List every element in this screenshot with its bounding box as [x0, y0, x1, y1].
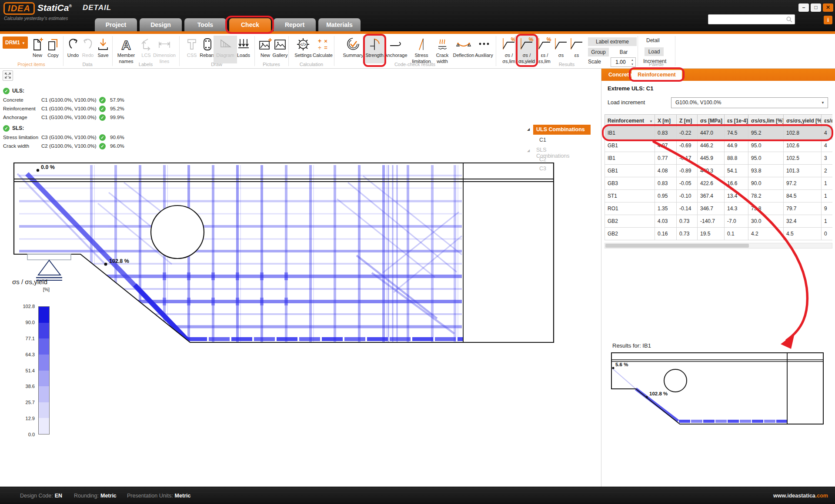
- group-label-calculation: Calculation: [300, 62, 323, 67]
- deflection-icon: [452, 36, 475, 52]
- group-toggle[interactable]: Group: [588, 48, 609, 56]
- search-input[interactable]: [708, 14, 795, 24]
- table-row[interactable]: IB10.77-0.17445.988.895.0102.53: [605, 152, 833, 165]
- summary-button[interactable]: Summary: [341, 36, 365, 58]
- statica-logo-text: StatiCa®: [37, 3, 72, 13]
- crack-icon: [431, 36, 454, 52]
- mini-label-min: 5.6 %: [615, 362, 628, 367]
- results-table-head-row: Reinforcement▼X [m]Z [m]σs [MPa]εs [1e-4…: [605, 115, 833, 127]
- tab-project[interactable]: Project: [95, 18, 137, 31]
- status-presentation-units: Presentation Units:Metric: [127, 487, 190, 504]
- scale-tick: 64.3: [12, 352, 35, 357]
- loads-icon: [232, 36, 255, 52]
- extreme-uls-label: Extreme ULS: C1: [608, 85, 653, 92]
- minimize-button[interactable]: –: [798, 3, 809, 12]
- table-row[interactable]: IB10.83-0.22447.074.595.2102.84: [605, 127, 833, 139]
- table-row[interactable]: GB20.160.7319.50.14.24.50: [605, 228, 833, 240]
- column-header-6[interactable]: σs/σs,yield [%]: [784, 115, 822, 127]
- crack-width-button[interactable]: Crack width: [431, 36, 454, 64]
- table-row[interactable]: GB14.07-0.69446.244.995.0102.64: [605, 139, 833, 152]
- anchorage-hook-icon: [384, 36, 407, 52]
- scrollbar-thumb[interactable]: [605, 244, 749, 248]
- tab-concrete[interactable]: Concrete: [608, 69, 632, 81]
- load-increment-select[interactable]: G100.0%, V100.0% ▼: [671, 97, 828, 108]
- tree-item-c2[interactable]: C2: [539, 156, 546, 162]
- save-button[interactable]: Save: [91, 36, 115, 58]
- auxiliary-button[interactable]: Auxiliary: [472, 36, 496, 58]
- column-header-4[interactable]: εs [1e-4]: [725, 115, 748, 127]
- scale-tick: 102.8: [12, 304, 35, 309]
- stress-limitation-button[interactable]: Stress limitation: [410, 36, 433, 64]
- tab-reinforcement[interactable]: Reinforcement: [631, 70, 682, 80]
- tab-report[interactable]: Report: [274, 18, 316, 31]
- gallery-button[interactable]: Gallery: [268, 36, 292, 58]
- column-header-2[interactable]: Z [m]: [677, 115, 698, 127]
- filter-icon[interactable]: ▼: [649, 119, 653, 123]
- ellipsis-icon: [472, 36, 496, 52]
- deflection-button[interactable]: Deflection: [452, 36, 475, 58]
- tab-materials[interactable]: Materials: [318, 18, 361, 31]
- svg-text:+: +: [318, 37, 321, 44]
- picture-icon: [268, 36, 292, 52]
- bilinear-chart-icon: [565, 36, 588, 52]
- tab-tools[interactable]: Tools: [184, 18, 226, 31]
- column-header-1[interactable]: X [m]: [655, 115, 677, 127]
- tab-design[interactable]: Design: [140, 18, 182, 31]
- dimension-icon: [153, 36, 176, 52]
- column-header-7[interactable]: εs/εs,lim [%]: [822, 115, 833, 127]
- app-name: DETAIL: [83, 3, 111, 12]
- tree-item-uls-combinations[interactable]: ULS Combinations: [533, 125, 591, 135]
- table-row[interactable]: RO11.35-0.14346.714.373.879.79: [605, 202, 833, 215]
- loads-button[interactable]: Loads: [232, 36, 255, 58]
- idea-logo: IDEA: [3, 2, 35, 15]
- result-eps-button[interactable]: εs: [565, 36, 588, 58]
- website-link[interactable]: www.ideastatica.com: [773, 487, 828, 504]
- table-row[interactable]: GB14.08-0.89440.354.193.8101.32: [605, 165, 833, 177]
- tree-expand-icon[interactable]: ◢: [527, 149, 530, 153]
- spinner-arrows-icon[interactable]: ▲▼: [630, 58, 635, 66]
- palette-detail-button[interactable]: Detail: [646, 37, 660, 43]
- palette-load-button[interactable]: Load: [645, 47, 664, 56]
- scale-tick: 25.7: [12, 400, 35, 405]
- load-increment-label: Load increment: [608, 99, 645, 106]
- group-label-labels: Labels: [139, 62, 153, 67]
- support-symbol: [27, 254, 71, 280]
- color-scale-bar: [38, 306, 50, 434]
- bar-toggle[interactable]: Bar: [615, 48, 632, 56]
- table-row[interactable]: GB30.83-0.05422.616.690.097.21: [605, 177, 833, 190]
- info-button[interactable]: i: [824, 16, 832, 24]
- tree-item-c3[interactable]: C3: [539, 166, 546, 172]
- column-header-5[interactable]: σs/σs,lim [%]: [748, 115, 784, 127]
- scale-tick: 77.1: [12, 336, 35, 341]
- results-table-body: IB10.83-0.22447.074.595.2102.84GB14.07-0…: [605, 127, 833, 240]
- calculate-button[interactable]: +×÷= Calculate: [311, 36, 334, 58]
- table-row[interactable]: GB24.030.73-140.7-7.030.032.41: [605, 215, 833, 228]
- calculate-icon: +×÷=: [311, 36, 334, 52]
- status-rounding: Rounding:Metric: [74, 487, 117, 504]
- opening-circle: [151, 206, 204, 259]
- strength-button[interactable]: Strength: [363, 36, 386, 63]
- tree-expand-icon[interactable]: ◢: [527, 127, 530, 131]
- beam-drawing: 0.0 % 102.8 %: [0, 69, 601, 487]
- scale-tick: 12.9: [12, 416, 35, 421]
- panel-tab-bar: Concrete Reinforcement: [601, 69, 835, 81]
- svg-text:×: ×: [324, 38, 327, 44]
- project-item-button[interactable]: DRM1▼: [3, 36, 28, 49]
- label-extreme-toggle[interactable]: Label extreme: [588, 37, 637, 46]
- tab-check[interactable]: Check: [229, 18, 271, 31]
- maximize-button[interactable]: □: [811, 3, 821, 12]
- scale-unit: [%]: [12, 287, 50, 292]
- table-horizontal-scrollbar[interactable]: [605, 243, 832, 249]
- strength-icon: [363, 36, 386, 52]
- table-row[interactable]: ST10.95-0.10367.413.478.284.51: [605, 190, 833, 202]
- scale-stepper[interactable]: 1.00 ▲▼: [611, 57, 636, 67]
- column-header-0[interactable]: Reinforcement▼: [605, 115, 655, 127]
- group-label-palette: Palette: [649, 62, 664, 67]
- group-label-results: Results: [559, 62, 575, 67]
- column-header-3[interactable]: σs [MPa]: [698, 115, 725, 127]
- close-button[interactable]: ✕: [823, 3, 833, 12]
- anchorage-button[interactable]: Anchorage: [384, 36, 407, 58]
- status-design-code: Design Code:EN: [20, 487, 62, 504]
- tree-item-c1[interactable]: C1: [539, 137, 546, 143]
- main-canvas[interactable]: ✓ULS: ConcreteC1 (G100.0%, V100.0%)✓57.9…: [0, 69, 601, 487]
